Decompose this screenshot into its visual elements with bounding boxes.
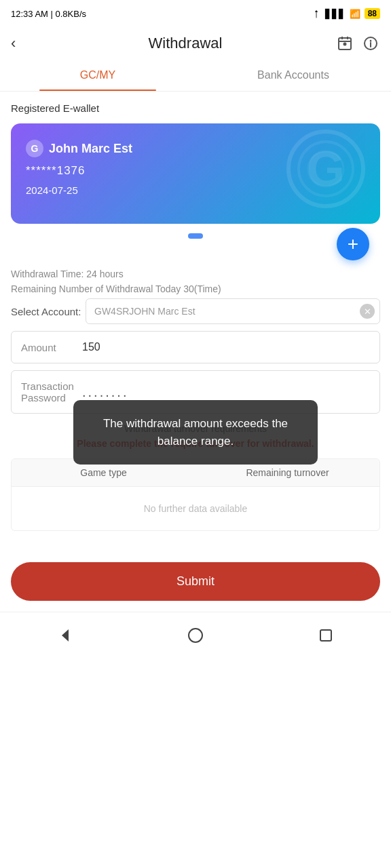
svg-point-3 [344,43,346,45]
back-button[interactable]: ‹ [11,35,35,52]
amount-input-row[interactable]: Amount 150 [11,331,380,363]
carousel-dots [11,233,380,239]
calendar-icon[interactable] [335,34,354,53]
turnover-table: Game type Remaining turnover No further … [11,458,380,531]
card-brand-icon: G [26,140,43,157]
table-empty-message: No further data available [12,487,379,530]
card-logo-watermark: G [285,128,367,219]
tab-gcmy[interactable]: GC/MY [0,60,196,91]
tab-bank-accounts[interactable]: Bank Accounts [196,60,391,91]
svg-point-13 [189,629,202,642]
status-bar: 12:33 AM | 0.8KB/s ⭡ ▋▋▋ 📶 88 [0,0,391,27]
add-account-fab[interactable]: + [337,228,369,260]
signal-icon: ▋▋▋ [325,9,346,19]
remaining-withdrawals-info: Remaining Number of Withdrawal Today 30(… [11,283,380,294]
section-label: Registered E-wallet [11,102,380,114]
withdrawal-time-info: Withdrawal Time: 24 hours [11,269,380,279]
toast-message: The withdrawal amount exceeds the balanc… [73,400,318,465]
nav-home-button[interactable] [183,623,208,648]
wifi-icon: 📶 [350,9,360,19]
header-icons [335,34,380,53]
info-icon[interactable] [361,34,380,53]
svg-rect-14 [320,630,331,641]
status-time: 12:33 AM | 0.8KB/s [11,9,86,19]
ewallet-card: G G John Marc Est ******1376 2024-07-25 [11,123,380,224]
battery-level: 88 [365,8,380,19]
bottom-navigation [0,612,391,661]
submit-button[interactable]: Submit [11,562,380,601]
select-account-row: Select Account: GW4SRJOHN Marc Est ✕ [11,298,380,324]
content: Registered E-wallet G G John Marc Est **… [0,92,391,542]
password-label: TransactionPassword [21,380,75,403]
select-account-field[interactable]: GW4SRJOHN Marc Est [86,298,380,324]
nav-back-button[interactable] [53,623,77,648]
clear-account-button[interactable]: ✕ [360,304,375,319]
status-icons: ⭡ ▋▋▋ 📶 88 [312,8,380,19]
dot-active [188,233,203,239]
svg-marker-12 [62,629,69,642]
tabs: GC/MY Bank Accounts [0,60,391,92]
select-account-label: Select Account: [11,306,86,317]
bluetooth-icon: ⭡ [312,9,321,19]
password-dots: ........ [82,384,128,400]
amount-label: Amount [21,342,75,353]
header: ‹ Withdrawal [0,27,391,60]
page-title: Withdrawal [35,35,335,52]
svg-text:G: G [307,142,345,196]
amount-value: 150 [82,341,100,353]
nav-recents-button[interactable] [314,623,338,648]
